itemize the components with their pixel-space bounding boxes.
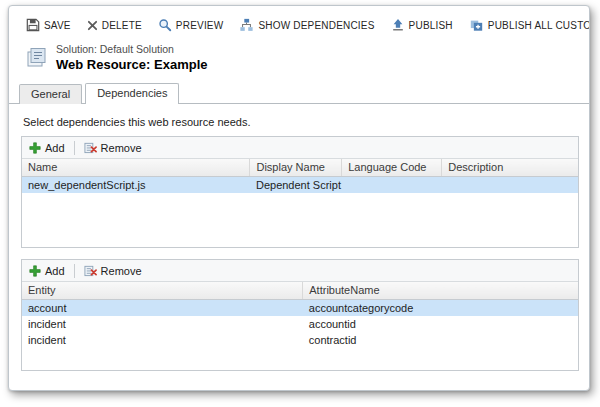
publish-button-label: PUBLISH bbox=[409, 20, 453, 31]
publish-icon bbox=[391, 18, 405, 32]
column-header-entity: Entity bbox=[22, 282, 303, 299]
dependencies-panel: Select dependencies this web resource ne… bbox=[9, 104, 589, 371]
save-button-label: SAVE bbox=[44, 20, 71, 31]
cell-entity: incident bbox=[22, 332, 303, 348]
cell-entity: account bbox=[22, 299, 303, 316]
show-dependencies-button-label: SHOW DEPENDENCIES bbox=[258, 20, 374, 31]
column-header-language-code: Language Code bbox=[342, 159, 442, 176]
attribute-dependency-grid: Add Remove Entity AttributeName bbox=[21, 259, 579, 371]
add-button-label: Add bbox=[45, 265, 65, 277]
header-text: Solution: Default Solution Web Resource:… bbox=[56, 43, 207, 72]
show-dependencies-icon bbox=[239, 18, 254, 32]
add-icon bbox=[29, 142, 41, 154]
web-resource-window: SAVE DELETE PREVIEW SHOW DEPENDENCIES PU… bbox=[8, 5, 590, 391]
save-icon bbox=[26, 18, 40, 32]
attribute-grid-body: Entity AttributeName account accountcate… bbox=[22, 282, 578, 370]
cell-attribute-name: accountcategorycode bbox=[303, 299, 578, 316]
cell-entity: incident bbox=[22, 316, 303, 332]
add-icon bbox=[29, 265, 41, 277]
delete-button-label: DELETE bbox=[102, 20, 142, 31]
add-web-resource-button[interactable]: Add bbox=[29, 142, 65, 154]
web-resource-dependency-grid: Add Remove Name Display Name bbox=[21, 136, 579, 248]
add-button-label: Add bbox=[45, 142, 65, 154]
remove-icon bbox=[84, 141, 97, 154]
form-header: Solution: Default Solution Web Resource:… bbox=[9, 40, 589, 74]
publish-all-customizations-icon bbox=[469, 18, 484, 32]
preview-icon bbox=[158, 18, 172, 32]
web-resource-table: Name Display Name Language Code Descript… bbox=[22, 159, 578, 193]
web-resource-grid-body: Name Display Name Language Code Descript… bbox=[22, 159, 578, 247]
tab-dependencies[interactable]: Dependencies bbox=[85, 83, 179, 104]
remove-button-label: Remove bbox=[101, 265, 142, 277]
web-resource-icon bbox=[25, 46, 49, 69]
command-bar: SAVE DELETE PREVIEW SHOW DEPENDENCIES PU… bbox=[9, 6, 589, 40]
cell-display-name: Dependent Script bbox=[250, 176, 342, 193]
show-dependencies-button[interactable]: SHOW DEPENDENCIES bbox=[238, 16, 375, 34]
web-resource-grid-toolbar: Add Remove bbox=[22, 137, 578, 159]
column-header-description: Description bbox=[442, 159, 578, 176]
web-resource-table-header-row: Name Display Name Language Code Descript… bbox=[22, 159, 578, 176]
instruction-text: Select dependencies this web resource ne… bbox=[23, 116, 579, 128]
column-header-name: Name bbox=[22, 159, 250, 176]
tab-general[interactable]: General bbox=[19, 84, 82, 104]
publish-all-customizations-button-label: PUBLISH ALL CUSTOMIZ... bbox=[488, 20, 590, 31]
column-header-display-name: Display Name bbox=[250, 159, 342, 176]
add-attribute-button[interactable]: Add bbox=[29, 265, 65, 277]
attribute-row[interactable]: incident accountid bbox=[22, 316, 578, 332]
publish-button[interactable]: PUBLISH bbox=[390, 16, 454, 34]
cell-attribute-name: contractid bbox=[303, 332, 578, 348]
toolbar-separator bbox=[74, 141, 75, 155]
delete-button[interactable]: DELETE bbox=[86, 18, 143, 33]
preview-button-label: PREVIEW bbox=[176, 20, 224, 31]
remove-web-resource-button[interactable]: Remove bbox=[84, 141, 142, 154]
remove-attribute-button[interactable]: Remove bbox=[84, 264, 142, 277]
attribute-row[interactable]: account accountcategorycode bbox=[22, 299, 578, 316]
attribute-grid-toolbar: Add Remove bbox=[22, 260, 578, 282]
tab-bar: General Dependencies bbox=[9, 74, 589, 104]
cell-description bbox=[442, 176, 578, 193]
cell-language-code bbox=[342, 176, 442, 193]
publish-all-customizations-button[interactable]: PUBLISH ALL CUSTOMIZ... bbox=[468, 16, 590, 34]
attribute-row[interactable]: incident contractid bbox=[22, 332, 578, 348]
cell-attribute-name: accountid bbox=[303, 316, 578, 332]
remove-button-label: Remove bbox=[101, 142, 142, 154]
attribute-table-header-row: Entity AttributeName bbox=[22, 282, 578, 299]
preview-button[interactable]: PREVIEW bbox=[157, 16, 225, 34]
page-title: Web Resource: Example bbox=[56, 57, 207, 72]
save-button[interactable]: SAVE bbox=[25, 16, 72, 34]
solution-label: Solution: Default Solution bbox=[56, 43, 207, 55]
column-header-attribute-name: AttributeName bbox=[303, 282, 578, 299]
web-resource-row[interactable]: new_dependentScript.js Dependent Script bbox=[22, 176, 578, 193]
toolbar-separator bbox=[74, 264, 75, 278]
attribute-table: Entity AttributeName account accountcate… bbox=[22, 282, 578, 348]
cell-name: new_dependentScript.js bbox=[22, 176, 250, 193]
delete-icon bbox=[87, 20, 98, 31]
remove-icon bbox=[84, 264, 97, 277]
